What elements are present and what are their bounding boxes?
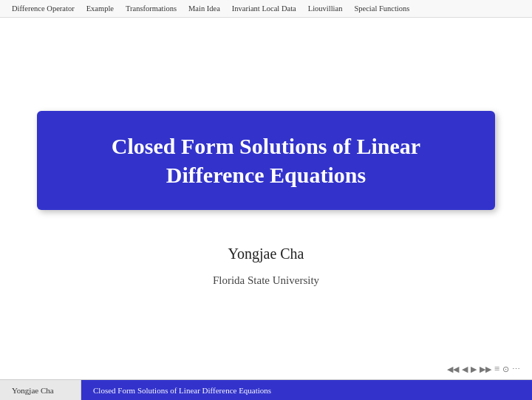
institution-name: Florida State University <box>213 274 319 287</box>
nav-item-special-functions[interactable]: Special Functions <box>348 4 415 13</box>
nav-arrow-right[interactable]: ▶ <box>471 365 477 374</box>
slide-navigation-controls: ◀◀ ◀ ▶ ▶▶ ≡ ⊙ ⋯ <box>447 363 520 375</box>
slide-content: Closed Form Solutions of Linear Differen… <box>0 18 532 379</box>
nav-arrow-left[interactable]: ◀ <box>462 365 468 374</box>
title-box: Closed Form Solutions of Linear Differen… <box>37 111 495 210</box>
nav-item-main-idea[interactable]: Main Idea <box>183 4 226 13</box>
top-navigation: Difference Operator Example Transformati… <box>0 0 532 18</box>
nav-dots-icon[interactable]: ⋯ <box>512 365 520 374</box>
nav-arrow-left-double[interactable]: ◀◀ <box>447 365 459 374</box>
footer-title: Closed Form Solutions of Linear Differen… <box>81 380 532 400</box>
nav-item-transformations[interactable]: Transformations <box>120 4 183 13</box>
nav-menu-icon[interactable]: ≡ <box>494 363 499 375</box>
nav-item-liouvillian[interactable]: Liouvillian <box>302 4 349 13</box>
author-section: Yongjae Cha Florida State University <box>213 245 319 287</box>
nav-item-invariant-local-data[interactable]: Invariant Local Data <box>226 4 302 13</box>
footer-author: Yongjae Cha <box>0 380 81 400</box>
nav-item-example[interactable]: Example <box>81 4 120 13</box>
nav-item-difference-operator[interactable]: Difference Operator <box>6 4 81 13</box>
nav-arrow-right-double[interactable]: ▶▶ <box>480 365 491 374</box>
slide-title: Closed Form Solutions of Linear Differen… <box>72 132 460 189</box>
footer-bar: Yongjae Cha Closed Form Solutions of Lin… <box>0 379 532 400</box>
nav-zoom-icon[interactable]: ⊙ <box>502 365 509 374</box>
author-name: Yongjae Cha <box>213 245 319 262</box>
